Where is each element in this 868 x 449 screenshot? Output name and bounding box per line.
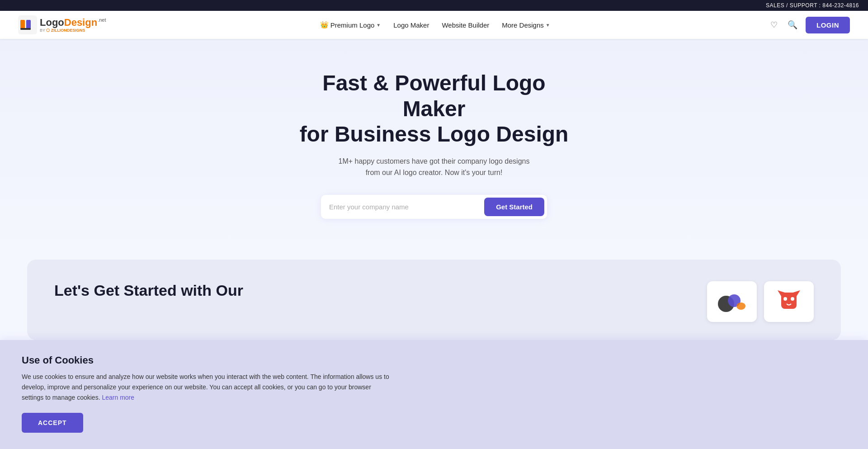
get-started-section: Let's Get Started with Our [27, 260, 841, 340]
company-name-search-bar: Get Started [321, 195, 547, 219]
support-text: SALES / SUPPORT : 844-232-4816 [766, 2, 859, 9]
company-name-input[interactable] [329, 199, 484, 214]
chevron-down-icon-2: ▼ [546, 23, 550, 28]
get-started-button[interactable]: Get Started [484, 198, 544, 216]
nav-links: 👑 Premium Logo ▼ Logo Maker Website Buil… [320, 21, 550, 29]
chevron-down-icon: ▼ [376, 23, 381, 28]
logo-area[interactable]: LogoDesign.net BY ⬡ ZILLIONDESIGNS [18, 15, 106, 34]
logo-by: BY ⬡ ZILLIONDESIGNS [40, 28, 106, 33]
net-word: .net [98, 17, 106, 23]
logo-word: Logo [40, 17, 64, 28]
nav-link-website-builder[interactable]: Website Builder [442, 21, 489, 29]
section-start-text: Let's Get Started with Our [54, 281, 243, 300]
top-bar: SALES / SUPPORT : 844-232-4816 [0, 0, 868, 11]
nav-link-premium-logo[interactable]: 👑 Premium Logo ▼ [320, 21, 381, 29]
nav-item-logo-maker[interactable]: Logo Maker [393, 21, 429, 29]
svg-point-10 [783, 297, 787, 301]
svg-rect-3 [20, 28, 31, 30]
svg-point-11 [791, 297, 794, 301]
design-word: Design [64, 17, 97, 28]
login-button[interactable]: LOGIN [806, 17, 850, 33]
hero-section: Fast & Powerful Logo Maker for Business … [0, 39, 868, 255]
preview-logo-svg-1 [716, 288, 748, 315]
logo-previews [707, 281, 814, 322]
nav-link-logo-maker[interactable]: Logo Maker [393, 21, 429, 29]
section-heading: Let's Get Started with Our [54, 281, 243, 300]
nav-item-premium-logo[interactable]: 👑 Premium Logo ▼ [320, 21, 381, 29]
nav-item-more-designs[interactable]: More Designs ▼ [502, 21, 550, 29]
preview-logo-svg-2 [773, 288, 805, 315]
svg-point-6 [736, 302, 745, 310]
logo-preview-2 [764, 281, 814, 322]
logo-text-wrap: LogoDesign.net BY ⬡ ZILLIONDESIGNS [40, 18, 106, 33]
hero-heading: Fast & Powerful Logo Maker for Business … [289, 71, 579, 147]
hero-subtext: 1M+ happy customers have got their compa… [9, 156, 859, 179]
heart-icon: ♡ [770, 20, 778, 29]
search-button[interactable]: 🔍 [786, 18, 799, 32]
nav-link-more-designs[interactable]: More Designs ▼ [502, 21, 550, 29]
navbar: LogoDesign.net BY ⬡ ZILLIONDESIGNS 👑 Pre… [0, 11, 868, 39]
logo-preview-1 [707, 281, 757, 322]
search-icon: 🔍 [788, 20, 797, 29]
svg-rect-7 [781, 293, 797, 309]
heart-button[interactable]: ♡ [769, 18, 779, 32]
nav-item-website-builder[interactable]: Website Builder [442, 21, 489, 29]
nav-icons: ♡ 🔍 LOGIN [769, 17, 850, 33]
logo-icon [18, 15, 37, 34]
zillion-designs: ⬡ ZILLIONDESIGNS [46, 28, 85, 33]
crown-icon: 👑 [320, 21, 329, 29]
